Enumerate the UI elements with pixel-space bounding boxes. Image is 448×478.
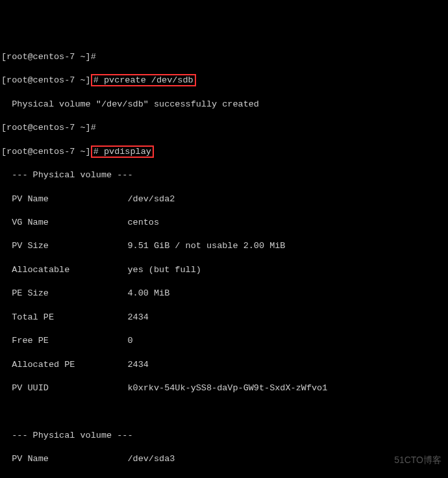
highlighted-command: # pvcreate /dev/sdb (91, 74, 196, 86)
output-line: Allocatable yes (but full) (1, 264, 447, 276)
output-line (1, 406, 447, 418)
output-line: Total PE 2434 (1, 312, 447, 323)
output-line: Allocated PE 2434 (1, 359, 447, 371)
highlighted-command: # pvdisplay (91, 145, 154, 158)
output-line: Free PE 0 (1, 335, 447, 347)
terminal-line[interactable]: [root@centos-7 ~]# pvcreate /dev/sdb (1, 75, 447, 86)
terminal-line[interactable]: [root@centos-7 ~]# pvdisplay (1, 146, 447, 158)
output-line: PV Name /dev/sda3 (1, 453, 447, 465)
shell-prompt: [root@centos-7 ~]# (1, 52, 96, 62)
output-line: Physical volume "/dev/sdb" successfully … (1, 99, 447, 110)
shell-prompt: [root@centos-7 ~]# (1, 123, 96, 132)
output-line: PV Size 9.51 GiB / not usable 2.00 MiB (1, 240, 447, 252)
output-line: PE Size 4.00 MiB (1, 288, 447, 299)
shell-prompt: [root@centos-7 ~] (1, 75, 91, 85)
output-line: PV Name /dev/sda2 (1, 194, 447, 205)
output-line: PV UUID k0xrkv-54Uk-ySS8-daVp-GW9t-SxdX-… (1, 383, 447, 394)
terminal-line[interactable]: [root@centos-7 ~]# (1, 51, 447, 63)
terminal-line[interactable]: [root@centos-7 ~]# (1, 122, 447, 134)
output-line: VG Name centos (1, 217, 447, 229)
output-line: --- Physical volume --- (1, 430, 447, 442)
output-line: --- Physical volume --- (1, 170, 447, 181)
shell-prompt: [root@centos-7 ~] (1, 147, 91, 157)
watermark-text: 51CTO博客 (394, 454, 442, 466)
